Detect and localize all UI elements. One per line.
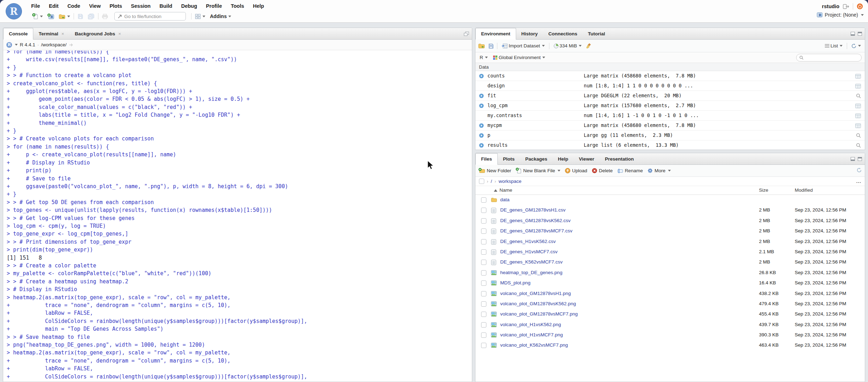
memory-usage-button[interactable]: 334 MiB xyxy=(553,42,583,49)
file-name-link[interactable]: data xyxy=(500,197,509,202)
tab-history[interactable]: History xyxy=(516,28,543,39)
restore-pane-icon[interactable] xyxy=(464,31,469,36)
column-header-size[interactable]: Size xyxy=(759,187,768,193)
column-header-name[interactable]: Name xyxy=(499,187,512,193)
file-checkbox[interactable] xyxy=(481,228,486,234)
breadcrumb-dir-link[interactable]: workspace xyxy=(498,179,521,184)
panes-layout-button[interactable] xyxy=(194,13,206,20)
file-name-link[interactable]: DE_genes_GM12878vsK562.csv xyxy=(500,218,571,223)
tab-viewer[interactable]: Viewer xyxy=(573,153,599,164)
file-name-link[interactable]: volcano_plot_K562vsMCF7.png xyxy=(500,342,568,348)
list-view-button[interactable]: List xyxy=(824,42,844,49)
environment-search-box[interactable] xyxy=(796,54,862,62)
menu-plots[interactable]: Plots xyxy=(109,3,122,9)
more-button[interactable]: More xyxy=(647,168,671,173)
file-row[interactable]: volcano_plot_GM12878vsH1.png438.2 KBSep … xyxy=(475,289,865,299)
file-checkbox[interactable] xyxy=(481,260,486,265)
expand-object-icon[interactable] xyxy=(479,93,484,98)
file-checkbox[interactable] xyxy=(481,280,486,286)
new-folder-button[interactable]: New Folder xyxy=(479,168,511,173)
sign-out-icon[interactable] xyxy=(843,4,849,9)
file-row[interactable]: data xyxy=(475,195,865,205)
file-name-link[interactable]: volcano_plot_GM12878vsMCF7.png xyxy=(500,311,578,317)
file-row[interactable]: DE_genes_GM12878vsH1.csv2 MBSep 23, 2024… xyxy=(475,205,865,215)
environment-variable-row[interactable]: countsLarge matrix (458680 elements, 7.8… xyxy=(475,71,865,81)
refresh-files-button[interactable] xyxy=(857,168,862,174)
file-checkbox[interactable] xyxy=(481,343,486,348)
file-row[interactable]: DE_genes_H1vsK562.csv2 MBSep 23, 2024, 1… xyxy=(475,237,865,247)
menu-edit[interactable]: Edit xyxy=(49,3,58,9)
tab-packages[interactable]: Packages xyxy=(520,153,553,164)
upload-button[interactable]: Upload xyxy=(565,168,587,173)
tab-background-jobs[interactable]: Background Jobs× xyxy=(69,28,126,39)
menu-debug[interactable]: Debug xyxy=(181,3,197,9)
file-checkbox[interactable] xyxy=(481,197,486,203)
file-name-link[interactable]: volcano_plot_H1vsMCF7.png xyxy=(500,332,563,337)
view-table-icon[interactable] xyxy=(855,84,861,88)
goto-file-function-input[interactable] xyxy=(124,14,177,19)
file-row[interactable]: MDS_plot.png16.4 KBSep 23, 2024, 12:56 P… xyxy=(475,278,865,288)
refresh-environment-button[interactable] xyxy=(850,43,862,49)
open-file-button[interactable] xyxy=(58,13,71,20)
console-output-area[interactable]: > for (name in names(results)) {+ write.… xyxy=(3,51,472,382)
tab-files[interactable]: Files xyxy=(475,153,498,165)
new-project-button[interactable]: R xyxy=(46,13,55,20)
file-name-link[interactable]: DE_genes_H1vsK562.csv xyxy=(500,239,556,244)
file-row[interactable]: heatmap_top_DE_genes.png26.8 KBSep 23, 2… xyxy=(475,268,865,278)
file-name-link[interactable]: volcano_plot_H1vsK562.png xyxy=(500,322,561,327)
minimize-pane-icon[interactable] xyxy=(851,32,855,36)
environment-selector[interactable]: Global Environment xyxy=(492,54,547,61)
file-row[interactable]: volcano_plot_GM12878vsK562.png479.4 KBSe… xyxy=(475,299,865,309)
menu-file[interactable]: File xyxy=(31,3,40,9)
file-name-link[interactable]: MDS_plot.png xyxy=(500,280,531,285)
save-all-button[interactable] xyxy=(87,13,96,20)
expand-object-icon[interactable] xyxy=(479,123,484,128)
file-name-link[interactable]: volcano_plot_GM12878vsH1.png xyxy=(500,291,571,296)
file-name-link[interactable]: DE_genes_K562vsMCF7.csv xyxy=(500,259,563,265)
menu-tools[interactable]: Tools xyxy=(231,3,244,9)
r-version-icon[interactable]: R xyxy=(6,42,12,48)
select-all-checkbox[interactable] xyxy=(479,179,484,184)
expand-object-icon[interactable] xyxy=(479,103,484,108)
environment-variable-row[interactable]: fitLarge DGEGLM (22 elements, 20 MB) xyxy=(475,91,865,101)
delete-button[interactable]: Delete xyxy=(592,168,613,173)
environment-variable-row[interactable]: designnum [1:8, 1:4] 1 1 0 0 0 0 0 0 0 0… xyxy=(475,81,865,91)
minimize-pane-icon[interactable] xyxy=(851,157,855,161)
environment-search-input[interactable] xyxy=(805,55,860,60)
chevron-down-icon[interactable] xyxy=(15,44,18,46)
project-selector[interactable]: R Project: (None) xyxy=(817,12,864,18)
file-checkbox[interactable] xyxy=(481,322,486,328)
tab-environment[interactable]: Environment xyxy=(475,28,516,40)
menu-code[interactable]: Code xyxy=(67,3,80,9)
menu-session[interactable]: Session xyxy=(131,3,151,9)
close-tab-icon[interactable]: × xyxy=(118,31,121,36)
maximize-pane-icon[interactable] xyxy=(858,157,862,161)
inspect-object-icon[interactable] xyxy=(856,133,861,138)
inspect-object-icon[interactable] xyxy=(856,143,861,148)
file-row[interactable]: DE_genes_GM12878vsK562.csv2 MBSep 23, 20… xyxy=(475,216,865,226)
view-directory-icon[interactable] xyxy=(69,42,73,47)
environment-variable-row[interactable]: mycpmLarge matrix (458680 elements, 7.8 … xyxy=(475,121,865,131)
file-name-link[interactable]: heatmap_top_DE_genes.png xyxy=(500,270,563,275)
maximize-pane-icon[interactable] xyxy=(858,32,862,36)
view-table-icon[interactable] xyxy=(855,104,861,108)
save-button[interactable] xyxy=(76,13,84,20)
file-row[interactable]: volcano_plot_H1vsK562.png439.7 KBSep 23,… xyxy=(475,320,865,330)
power-button-icon[interactable] xyxy=(857,3,863,10)
addins-button[interactable]: Addins xyxy=(209,13,232,20)
print-button[interactable] xyxy=(101,13,109,20)
menu-help[interactable]: Help xyxy=(253,3,264,9)
file-checkbox[interactable] xyxy=(481,270,486,276)
file-name-link[interactable]: DE_genes_GM12878vsMCF7.csv xyxy=(500,228,572,233)
file-checkbox[interactable] xyxy=(481,239,486,244)
file-checkbox[interactable] xyxy=(481,291,486,296)
tab-plots[interactable]: Plots xyxy=(498,153,520,164)
save-workspace-icon[interactable] xyxy=(488,43,494,49)
view-table-icon[interactable] xyxy=(855,114,861,118)
language-selector[interactable]: R xyxy=(479,54,489,61)
file-name-link[interactable]: DE_genes_GM12878vsH1.csv xyxy=(500,207,566,213)
import-dataset-button[interactable]: Import Dataset xyxy=(501,42,546,49)
load-workspace-icon[interactable] xyxy=(478,43,485,48)
file-name-link[interactable]: volcano_plot_GM12878vsK562.png xyxy=(500,301,576,306)
view-table-icon[interactable] xyxy=(855,74,861,79)
